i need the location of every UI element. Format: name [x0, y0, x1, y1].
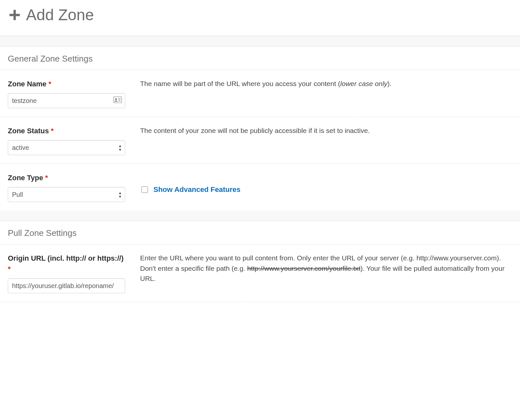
zone-name-label: Zone Name * [8, 79, 125, 89]
field-row-zone-name: Zone Name * The name will be part of the… [0, 70, 520, 117]
zone-type-label: Zone Type * [8, 172, 125, 183]
plus-icon [8, 8, 22, 22]
required-marker: * [51, 127, 54, 135]
required-marker: * [8, 265, 11, 273]
page-title: Add Zone [0, 0, 520, 36]
show-advanced-label[interactable]: Show Advanced Features [153, 184, 240, 195]
zone-name-desc: The name will be part of the URL where y… [140, 79, 512, 108]
zone-status-label: Zone Status * [8, 125, 125, 136]
zone-status-select[interactable]: active [8, 140, 125, 155]
page-title-text: Add Zone [26, 3, 94, 27]
field-row-zone-status: Zone Status * active The content of your… [0, 117, 520, 164]
zone-type-select[interactable]: Pull [8, 187, 125, 202]
zone-status-desc: The content of your zone will not be pub… [140, 125, 512, 155]
svg-point-1 [115, 98, 117, 100]
required-marker: * [49, 80, 51, 88]
id-card-icon [113, 95, 122, 106]
origin-url-desc: Enter the URL where you want to pull con… [140, 253, 512, 293]
show-advanced-checkbox[interactable] [141, 186, 148, 193]
required-marker: * [45, 174, 48, 182]
origin-url-label: Origin URL (incl. http:// or https://) * [8, 253, 125, 274]
section-header-general: General Zone Settings [0, 47, 520, 70]
section-header-pull: Pull Zone Settings [0, 221, 520, 244]
field-row-zone-type: Zone Type * Pull Show Advanced Features [0, 164, 520, 210]
section-gap [0, 210, 520, 221]
zone-name-input[interactable] [8, 93, 125, 108]
field-row-origin-url: Origin URL (incl. http:// or https://) *… [0, 244, 520, 302]
origin-url-input[interactable] [8, 278, 125, 293]
section-gap [0, 36, 520, 47]
